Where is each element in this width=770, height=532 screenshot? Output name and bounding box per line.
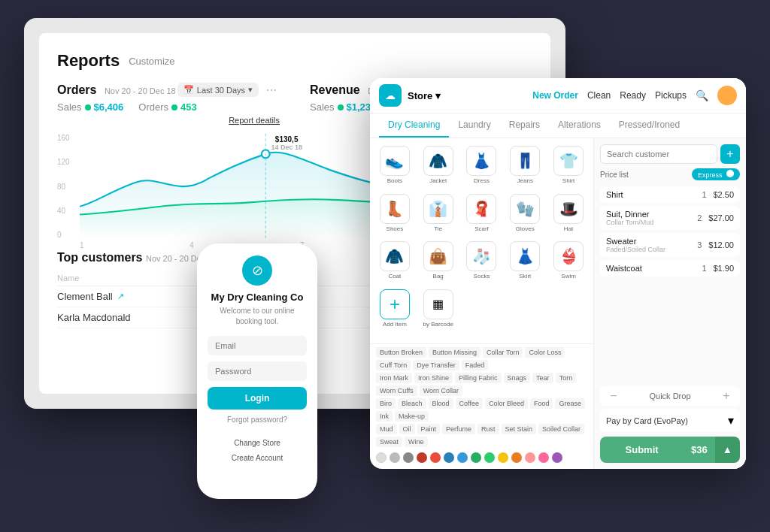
tab-alterations[interactable]: Alterations	[549, 113, 610, 138]
color-swatch[interactable]	[430, 452, 441, 463]
color-swatch[interactable]	[471, 452, 481, 463]
tab-laundry[interactable]: Laundry	[449, 113, 499, 138]
tag-faded[interactable]: Faded	[462, 360, 489, 370]
item-icon-dress: 👗	[466, 146, 496, 176]
orders-date-filter[interactable]: 📅 Last 30 Days ▾	[177, 83, 259, 97]
tab-dry-cleaning[interactable]: Dry Cleaning	[379, 113, 449, 138]
list-item[interactable]: 🧥 Coat	[374, 238, 415, 283]
color-swatch[interactable]	[552, 452, 562, 463]
tag-button-broken[interactable]: Button Broken	[376, 347, 426, 358]
green-dot2	[171, 104, 177, 110]
quick-drop-minus[interactable]: −	[606, 389, 621, 403]
tag-set-stain[interactable]: Set Stain	[502, 424, 537, 434]
submit-expand-button[interactable]: ▲	[715, 437, 740, 463]
list-item[interactable]: 👢 Shoes	[374, 191, 415, 236]
list-item[interactable]: 👙 Swim	[548, 238, 589, 283]
list-item[interactable]: 👕 Shirt	[548, 143, 589, 188]
list-item[interactable]: 🧤 Gloves	[505, 191, 545, 236]
list-item[interactable]: 👖 Jeans	[505, 143, 545, 188]
tag-biro[interactable]: Biro	[376, 398, 396, 409]
list-item[interactable]: 👗 Skirt	[505, 238, 545, 283]
tag-coffee[interactable]: Coffee	[456, 398, 483, 409]
tag-iron-mark[interactable]: Iron Mark	[376, 373, 412, 383]
tag-color-loss[interactable]: Color Loss	[525, 347, 565, 358]
ready-btn[interactable]: Ready	[620, 90, 646, 101]
clean-btn[interactable]: Clean	[587, 90, 611, 101]
color-swatch[interactable]	[390, 452, 400, 463]
submit-amount: $36	[684, 437, 715, 463]
submit-button[interactable]: Submit	[600, 437, 684, 463]
list-item[interactable]: 👗 Dress	[462, 143, 502, 188]
tag-worn-collar[interactable]: Worn Collar	[420, 385, 462, 396]
tag-makeup[interactable]: Make-up	[395, 411, 429, 422]
color-swatch[interactable]	[457, 452, 468, 463]
payment-row[interactable]: Pay by Card (EvoPay) ▾	[600, 409, 740, 432]
pickups-btn[interactable]: Pickups	[655, 90, 687, 101]
list-item[interactable]: 🎩 Hat	[548, 191, 589, 236]
forgot-password-link[interactable]: Forgot password?	[227, 416, 287, 424]
tab-pressed-ironed[interactable]: Pressed/Ironed	[610, 113, 689, 138]
tab-repairs[interactable]: Repairs	[500, 113, 549, 138]
add-item-icon: +	[380, 289, 410, 319]
barcode-icon: ▦	[423, 289, 453, 319]
color-swatch[interactable]	[417, 452, 427, 463]
list-item[interactable]: 👔 Tie	[418, 191, 459, 236]
tag-cuff-torn[interactable]: Cuff Torn	[376, 360, 411, 370]
list-item[interactable]: 🧣 Scarf	[462, 191, 502, 236]
tag-paint[interactable]: Paint	[417, 424, 441, 434]
tag-food[interactable]: Food	[530, 398, 553, 409]
customize-link[interactable]: Customize	[129, 56, 174, 67]
tag-grease[interactable]: Grease	[555, 398, 585, 409]
tag-wine[interactable]: Wine	[405, 437, 428, 447]
color-swatch[interactable]	[403, 452, 414, 463]
tag-rust[interactable]: Rust	[477, 424, 499, 434]
list-item[interactable]: 🧦 Socks	[462, 238, 502, 283]
price-list-label: Price list	[600, 171, 689, 179]
password-field[interactable]	[208, 361, 307, 381]
color-swatch[interactable]	[444, 452, 454, 463]
tag-blood[interactable]: Blood	[429, 398, 453, 409]
tag-oil[interactable]: Oil	[399, 424, 415, 434]
email-field[interactable]	[208, 336, 307, 355]
color-swatch[interactable]	[376, 452, 387, 463]
create-account-link[interactable]: Create Account	[232, 451, 283, 466]
orders-report-link[interactable]: Report deatils	[57, 116, 280, 125]
tag-iron-shine[interactable]: Iron Shine	[414, 373, 453, 383]
store-name[interactable]: Store ▾	[408, 90, 441, 101]
tag-sweat[interactable]: Sweat	[376, 437, 402, 447]
tag-dye-transfer[interactable]: Dye Transfer	[413, 360, 459, 370]
login-button[interactable]: Login	[208, 387, 307, 410]
tag-mud[interactable]: Mud	[376, 424, 397, 434]
tag-worn-cuffs[interactable]: Worn Cuffs	[376, 385, 417, 396]
color-swatch[interactable]	[511, 452, 522, 463]
color-swatch[interactable]	[498, 452, 508, 463]
list-item[interactable]: 👟 Boots	[374, 143, 415, 188]
tag-collar-torn[interactable]: Collar Torn	[483, 347, 523, 358]
customer-search-input[interactable]	[600, 144, 717, 164]
express-toggle[interactable]: Express	[692, 168, 740, 180]
change-store-link[interactable]: Change Store	[232, 436, 283, 451]
tag-perfume[interactable]: Perfume	[442, 424, 475, 434]
tag-button-missing[interactable]: Button Missing	[429, 347, 480, 358]
list-item[interactable]: 🧥 Jacket	[418, 143, 459, 188]
color-swatch[interactable]	[538, 452, 549, 463]
search-icon[interactable]: 🔍	[696, 89, 708, 101]
add-customer-button[interactable]: +	[720, 144, 740, 164]
color-swatch[interactable]	[525, 452, 535, 463]
phone-subtitle: Welcome to our online booking tool.	[208, 306, 307, 327]
barcode-cell[interactable]: ▦ by Barcode	[418, 286, 459, 331]
tag-ink[interactable]: Ink	[376, 411, 393, 422]
list-item[interactable]: 👜 Bag	[418, 238, 459, 283]
tag-soiled-collar[interactable]: Soiled Collar	[538, 424, 584, 434]
tag-bleach[interactable]: Bleach	[398, 398, 426, 409]
orders-menu-icon[interactable]: ⋯	[263, 84, 280, 96]
add-item-cell[interactable]: + Add Item	[374, 286, 415, 331]
tag-snags[interactable]: Snags	[504, 373, 531, 383]
tag-pilling[interactable]: Pilling Fabric	[455, 373, 502, 383]
tag-torn[interactable]: Torn	[556, 373, 577, 383]
tag-tear[interactable]: Tear	[532, 373, 553, 383]
quick-drop-plus[interactable]: +	[719, 389, 734, 403]
color-swatch[interactable]	[484, 452, 495, 463]
tag-color-bleed[interactable]: Color Bleed	[485, 398, 528, 409]
new-order-btn[interactable]: New Order	[532, 90, 578, 101]
